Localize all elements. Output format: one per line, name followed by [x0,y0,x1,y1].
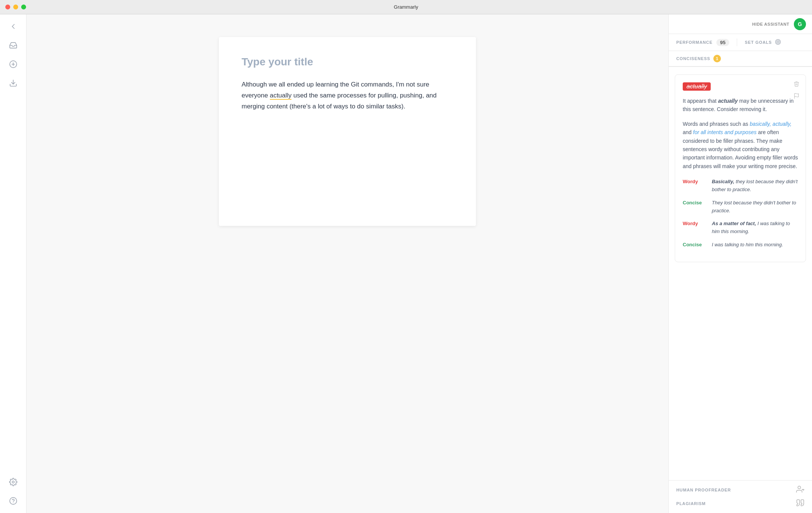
conciseness-tab[interactable]: CONCISENESS 1 [669,51,812,67]
wordy-label-1: Wordy [683,178,707,194]
set-goals-label: SET GOALS [745,40,772,45]
left-sidebar [0,14,26,513]
conciseness-badge: 1 [713,55,721,62]
maximize-button[interactable] [21,5,26,9]
metrics-divider [737,39,737,46]
download-button[interactable] [6,76,21,91]
app-title: Grammarly [394,4,418,10]
right-header: HIDE ASSISTANT G [669,14,812,34]
filler-description: Words and phrases such as basically, act… [683,120,798,170]
example-row-concise-1: Concise They lost because they didn't bo… [683,199,798,215]
editor-paper[interactable]: Type your title Although we all ended up… [219,37,476,226]
add-button[interactable] [6,57,21,72]
flag-suggestion-button[interactable] [792,91,801,100]
user-avatar: G [794,18,806,30]
suggestion-card: actually It appears that actually may be… [675,74,806,262]
highlighted-word[interactable]: actually [270,92,292,100]
concise-text-1: They lost because they didn't bother to … [712,199,798,215]
app-body: Type your title Although we all ended up… [0,14,812,513]
plagiarism-icon [796,499,804,508]
svg-point-7 [775,39,780,44]
target-icon [775,39,781,46]
performance-metric: PERFORMANCE 95 [676,39,729,46]
settings-button[interactable] [6,474,21,490]
example-row-wordy-2: Wordy As a matter of fact, I was talking… [683,220,798,236]
concise-label-2: Concise [683,241,707,249]
close-button[interactable] [5,5,10,9]
wordy-label-2: Wordy [683,220,707,236]
filler-link-2[interactable]: for all intents and purposes [693,129,756,135]
performance-label: PERFORMANCE [676,40,713,45]
plagiarism-item[interactable]: PLAGIARISM [676,499,804,508]
filler-link-1[interactable]: basically, actually, [750,121,792,127]
example-row-wordy-1: Wordy Basically, they lost because they … [683,178,798,194]
suggestion-description: It appears that actually may be unnecess… [683,97,798,114]
wordy-text-1: Basically, they lost because they didn't… [712,178,798,194]
back-button[interactable] [6,19,21,34]
plagiarism-label: PLAGIARISM [676,501,706,506]
svg-point-9 [777,42,778,43]
editor-body[interactable]: Although we all ended up learning the Gi… [242,79,453,112]
svg-point-11 [798,486,801,489]
editor-title[interactable]: Type your title [242,56,453,68]
delete-suggestion-button[interactable] [792,79,801,88]
window-controls [5,5,26,9]
metrics-row: PERFORMANCE 95 SET GOALS [669,34,812,51]
suggestion-action-buttons [792,79,801,100]
example-row-concise-2: Concise I was talking to him this mornin… [683,241,798,249]
editor-area: Type your title Although we all ended up… [26,14,668,513]
svg-point-8 [776,40,779,43]
examples-table: Wordy Basically, they lost because they … [683,178,798,249]
error-word-chip: actually [683,82,711,91]
human-proofreader-label: HUMAN PROOFREADER [676,488,731,492]
minimize-button[interactable] [13,5,18,9]
concise-label-1: Concise [683,199,707,215]
human-proofreader-icon [796,485,804,495]
wordy-text-2: As a matter of fact, I was talking to hi… [712,220,798,236]
inbox-icon[interactable] [6,38,21,53]
svg-point-4 [12,481,14,483]
help-button[interactable] [6,493,21,508]
svg-point-5 [9,498,16,504]
suggestion-panel[interactable]: actually It appears that actually may be… [669,67,812,480]
set-goals-button[interactable]: SET GOALS [745,39,781,46]
right-panel: HIDE ASSISTANT G PERFORMANCE 95 SET GOAL… [668,14,812,513]
conciseness-tab-label: CONCISENESS [676,56,710,61]
concise-text-2: I was talking to him this morning. [712,241,783,249]
titlebar: Grammarly [0,0,812,14]
right-footer: HUMAN PROOFREADER PLAGIARISM [669,480,812,513]
performance-score: 95 [716,39,729,46]
human-proofreader-item[interactable]: HUMAN PROOFREADER [676,485,804,495]
hide-assistant-button[interactable]: HIDE ASSISTANT [752,22,789,26]
